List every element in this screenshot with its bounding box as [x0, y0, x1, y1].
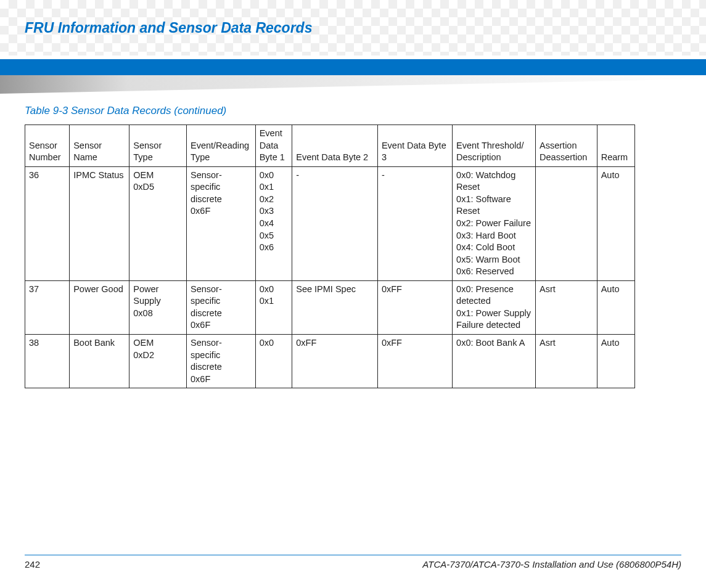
col-sensor-number: Sensor Number	[25, 125, 70, 167]
table-row: 36 IPMC Status OEM 0xD5 Sensor-specific …	[25, 166, 635, 280]
cell-sensor-type: OEM 0xD5	[129, 166, 187, 280]
col-assertion: Assertion Deassertion	[536, 125, 597, 167]
cell-event-byte-1: 0x0 0x1 0x2 0x3 0x4 0x5 0x6	[255, 166, 292, 280]
cell-rearm: Auto	[597, 335, 634, 388]
header-blue-bar	[0, 59, 706, 75]
cell-event-byte-1: 0x0	[255, 335, 292, 388]
cell-assertion: Asrt	[536, 280, 597, 334]
cell-threshold-desc: 0x0: Presence detected 0x1: Power Supply…	[453, 280, 536, 334]
header-shadow-wedge	[0, 75, 706, 94]
cell-sensor-name: Power Good	[70, 280, 129, 334]
table-row: 37 Power Good Power Supply 0x08 Sensor-s…	[25, 280, 635, 334]
table-caption: Table 9-3 Sensor Data Records (continued…	[25, 105, 681, 117]
cell-sensor-type: OEM 0xD2	[129, 335, 187, 388]
cell-event-byte-2: -	[292, 166, 378, 280]
cell-event-byte-2: 0xFF	[292, 335, 378, 388]
page-title: FRU Information and Sensor Data Records	[25, 20, 312, 36]
cell-event-byte-2: See IPMI Spec	[292, 280, 378, 334]
cell-assertion: Asrt	[536, 335, 597, 388]
cell-event-reading: Sensor-specific discrete 0x6F	[187, 166, 256, 280]
content-area: Table 9-3 Sensor Data Records (continued…	[25, 105, 681, 388]
cell-event-reading: Sensor-specific discrete 0x6F	[187, 280, 256, 334]
sensor-data-table: Sensor Number Sensor Name Sensor Type Ev…	[25, 125, 635, 388]
cell-assertion	[536, 166, 597, 280]
cell-sensor-name: Boot Bank	[70, 335, 129, 388]
cell-threshold-desc: 0x0: Watchdog Reset 0x1: Software Reset …	[453, 166, 536, 280]
cell-sensor-number: 38	[25, 335, 70, 388]
cell-event-reading: Sensor-specific discrete 0x6F	[187, 335, 256, 388]
col-rearm: Rearm	[597, 125, 634, 167]
col-event-byte-2: Event Data Byte 2	[292, 125, 378, 167]
page-number: 242	[25, 559, 40, 570]
col-event-byte-3: Event Data Byte 3	[377, 125, 452, 167]
col-event-byte-1: Event Data Byte 1	[255, 125, 292, 167]
table-row: 38 Boot Bank OEM 0xD2 Sensor-specific di…	[25, 335, 635, 388]
cell-sensor-type: Power Supply 0x08	[129, 280, 187, 334]
cell-event-byte-1: 0x0 0x1	[255, 280, 292, 334]
col-event-reading: Event/Reading Type	[187, 125, 256, 167]
col-threshold-desc: Event Threshold/ Description	[453, 125, 536, 167]
cell-sensor-number: 36	[25, 166, 70, 280]
col-sensor-name: Sensor Name	[70, 125, 129, 167]
cell-rearm: Auto	[597, 280, 634, 334]
cell-sensor-name: IPMC Status	[70, 166, 129, 280]
footer: 242 ATCA-7370/ATCA-7370-S Installation a…	[25, 555, 681, 570]
cell-event-byte-3: -	[377, 166, 452, 280]
cell-sensor-number: 37	[25, 280, 70, 334]
cell-rearm: Auto	[597, 166, 634, 280]
table-header-row: Sensor Number Sensor Name Sensor Type Ev…	[25, 125, 635, 167]
document-id: ATCA-7370/ATCA-7370-S Installation and U…	[422, 559, 681, 570]
cell-event-byte-3: 0xFF	[377, 280, 452, 334]
col-sensor-type: Sensor Type	[129, 125, 187, 167]
cell-event-byte-3: 0xFF	[377, 335, 452, 388]
cell-threshold-desc: 0x0: Boot Bank A	[453, 335, 536, 388]
